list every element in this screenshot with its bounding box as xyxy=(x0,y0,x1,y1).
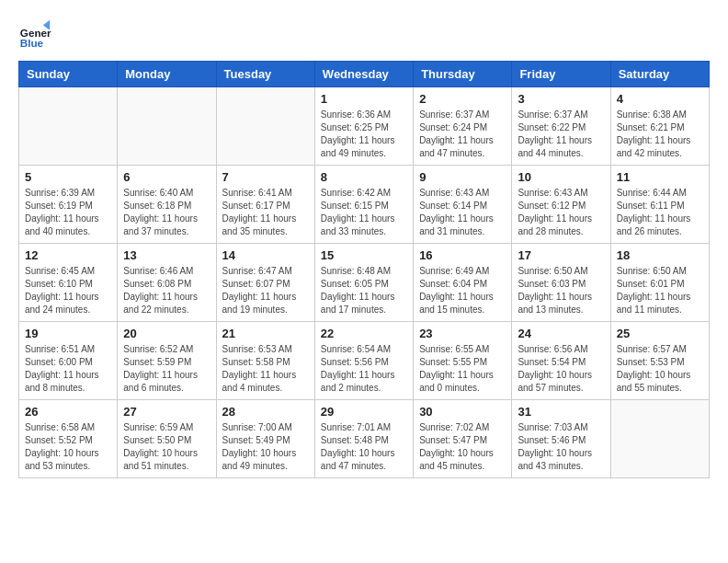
calendar: SundayMondayTuesdayWednesdayThursdayFrid… xyxy=(18,61,710,478)
weekday-header-tuesday: Tuesday xyxy=(216,62,314,87)
day-info: Sunrise: 6:43 AM Sunset: 6:12 PM Dayligh… xyxy=(518,187,604,238)
calendar-cell: 10Sunrise: 6:43 AM Sunset: 6:12 PM Dayli… xyxy=(512,166,610,244)
day-number: 2 xyxy=(419,92,506,106)
day-info: Sunrise: 6:52 AM Sunset: 5:59 PM Dayligh… xyxy=(123,343,210,395)
day-info: Sunrise: 6:45 AM Sunset: 6:10 PM Dayligh… xyxy=(25,265,111,316)
calendar-cell: 29Sunrise: 7:01 AM Sunset: 5:48 PM Dayli… xyxy=(314,400,413,478)
day-info: Sunrise: 6:54 AM Sunset: 5:56 PM Dayligh… xyxy=(321,343,407,395)
day-info: Sunrise: 6:49 AM Sunset: 6:04 PM Dayligh… xyxy=(419,265,506,316)
calendar-cell: 23Sunrise: 6:55 AM Sunset: 5:55 PM Dayli… xyxy=(414,322,512,400)
day-info: Sunrise: 7:03 AM Sunset: 5:46 PM Dayligh… xyxy=(518,421,604,473)
week-row-2: 5Sunrise: 6:39 AM Sunset: 6:19 PM Daylig… xyxy=(19,166,710,244)
day-number: 8 xyxy=(321,170,407,184)
calendar-cell: 31Sunrise: 7:03 AM Sunset: 5:46 PM Dayli… xyxy=(512,400,610,478)
day-number: 1 xyxy=(321,92,407,106)
day-number: 9 xyxy=(419,170,506,184)
day-info: Sunrise: 6:58 AM Sunset: 5:52 PM Dayligh… xyxy=(25,421,111,473)
calendar-cell: 4Sunrise: 6:38 AM Sunset: 6:21 PM Daylig… xyxy=(610,87,709,166)
page-header: General Blue xyxy=(18,18,710,52)
calendar-cell: 3Sunrise: 6:37 AM Sunset: 6:22 PM Daylig… xyxy=(512,87,610,166)
day-info: Sunrise: 6:56 AM Sunset: 5:54 PM Dayligh… xyxy=(518,343,604,395)
day-info: Sunrise: 6:46 AM Sunset: 6:08 PM Dayligh… xyxy=(123,265,210,316)
day-number: 22 xyxy=(321,327,407,340)
calendar-cell: 12Sunrise: 6:45 AM Sunset: 6:10 PM Dayli… xyxy=(19,244,118,322)
day-info: Sunrise: 6:44 AM Sunset: 6:11 PM Dayligh… xyxy=(617,187,703,238)
calendar-cell: 30Sunrise: 7:02 AM Sunset: 5:47 PM Dayli… xyxy=(414,400,512,478)
day-info: Sunrise: 6:36 AM Sunset: 6:25 PM Dayligh… xyxy=(321,109,407,160)
day-number: 28 xyxy=(222,405,309,419)
calendar-cell xyxy=(118,87,216,166)
day-info: Sunrise: 6:59 AM Sunset: 5:50 PM Dayligh… xyxy=(123,421,210,473)
calendar-cell: 18Sunrise: 6:50 AM Sunset: 6:01 PM Dayli… xyxy=(610,244,709,322)
calendar-cell: 15Sunrise: 6:48 AM Sunset: 6:05 PM Dayli… xyxy=(314,244,413,322)
calendar-cell: 1Sunrise: 6:36 AM Sunset: 6:25 PM Daylig… xyxy=(314,87,413,166)
weekday-header-sunday: Sunday xyxy=(19,62,118,87)
calendar-cell: 22Sunrise: 6:54 AM Sunset: 5:56 PM Dayli… xyxy=(314,322,413,400)
day-number: 16 xyxy=(419,248,506,262)
day-number: 15 xyxy=(321,248,407,262)
weekday-header-row: SundayMondayTuesdayWednesdayThursdayFrid… xyxy=(19,62,710,87)
calendar-cell: 5Sunrise: 6:39 AM Sunset: 6:19 PM Daylig… xyxy=(19,166,118,244)
day-info: Sunrise: 6:43 AM Sunset: 6:14 PM Dayligh… xyxy=(419,187,506,238)
calendar-cell: 16Sunrise: 6:49 AM Sunset: 6:04 PM Dayli… xyxy=(414,244,512,322)
day-number: 29 xyxy=(321,405,407,419)
day-info: Sunrise: 6:38 AM Sunset: 6:21 PM Dayligh… xyxy=(617,109,703,160)
calendar-cell: 13Sunrise: 6:46 AM Sunset: 6:08 PM Dayli… xyxy=(118,244,216,322)
calendar-cell: 17Sunrise: 6:50 AM Sunset: 6:03 PM Dayli… xyxy=(512,244,610,322)
day-number: 19 xyxy=(25,327,111,340)
day-info: Sunrise: 6:40 AM Sunset: 6:18 PM Dayligh… xyxy=(123,187,210,238)
calendar-cell: 19Sunrise: 6:51 AM Sunset: 6:00 PM Dayli… xyxy=(19,322,118,400)
calendar-cell: 8Sunrise: 6:42 AM Sunset: 6:15 PM Daylig… xyxy=(314,166,413,244)
day-number: 5 xyxy=(25,170,111,184)
day-number: 6 xyxy=(123,170,210,184)
weekday-header-saturday: Saturday xyxy=(610,62,709,87)
weekday-header-friday: Friday xyxy=(512,62,610,87)
week-row-4: 19Sunrise: 6:51 AM Sunset: 6:00 PM Dayli… xyxy=(19,322,710,400)
day-info: Sunrise: 6:37 AM Sunset: 6:24 PM Dayligh… xyxy=(419,109,506,160)
day-number: 31 xyxy=(518,405,604,419)
day-number: 26 xyxy=(25,405,111,419)
day-info: Sunrise: 6:57 AM Sunset: 5:53 PM Dayligh… xyxy=(617,343,703,395)
day-number: 30 xyxy=(419,405,506,419)
calendar-cell xyxy=(610,400,709,478)
day-number: 14 xyxy=(222,248,309,262)
calendar-cell: 27Sunrise: 6:59 AM Sunset: 5:50 PM Dayli… xyxy=(118,400,216,478)
calendar-cell: 14Sunrise: 6:47 AM Sunset: 6:07 PM Dayli… xyxy=(216,244,314,322)
week-row-1: 1Sunrise: 6:36 AM Sunset: 6:25 PM Daylig… xyxy=(19,87,710,166)
calendar-cell: 7Sunrise: 6:41 AM Sunset: 6:17 PM Daylig… xyxy=(216,166,314,244)
day-info: Sunrise: 7:01 AM Sunset: 5:48 PM Dayligh… xyxy=(321,421,407,473)
day-info: Sunrise: 7:00 AM Sunset: 5:49 PM Dayligh… xyxy=(222,421,309,473)
day-number: 11 xyxy=(617,170,703,184)
day-info: Sunrise: 6:51 AM Sunset: 6:00 PM Dayligh… xyxy=(25,343,111,395)
day-info: Sunrise: 6:48 AM Sunset: 6:05 PM Dayligh… xyxy=(321,265,407,316)
calendar-cell: 6Sunrise: 6:40 AM Sunset: 6:18 PM Daylig… xyxy=(118,166,216,244)
day-info: Sunrise: 6:55 AM Sunset: 5:55 PM Dayligh… xyxy=(419,343,506,395)
day-number: 13 xyxy=(123,248,210,262)
day-info: Sunrise: 6:50 AM Sunset: 6:03 PM Dayligh… xyxy=(518,265,604,316)
calendar-cell: 25Sunrise: 6:57 AM Sunset: 5:53 PM Dayli… xyxy=(610,322,709,400)
calendar-cell: 24Sunrise: 6:56 AM Sunset: 5:54 PM Dayli… xyxy=(512,322,610,400)
weekday-header-wednesday: Wednesday xyxy=(314,62,413,87)
weekday-header-monday: Monday xyxy=(118,62,216,87)
day-number: 4 xyxy=(617,92,703,106)
day-number: 27 xyxy=(123,405,210,419)
day-info: Sunrise: 6:42 AM Sunset: 6:15 PM Dayligh… xyxy=(321,187,407,238)
day-number: 21 xyxy=(222,327,309,340)
day-info: Sunrise: 6:37 AM Sunset: 6:22 PM Dayligh… xyxy=(518,109,604,160)
day-number: 25 xyxy=(617,327,703,340)
day-number: 20 xyxy=(123,327,210,340)
calendar-cell: 11Sunrise: 6:44 AM Sunset: 6:11 PM Dayli… xyxy=(610,166,709,244)
day-number: 12 xyxy=(25,248,111,262)
calendar-cell: 2Sunrise: 6:37 AM Sunset: 6:24 PM Daylig… xyxy=(414,87,512,166)
week-row-5: 26Sunrise: 6:58 AM Sunset: 5:52 PM Dayli… xyxy=(19,400,710,478)
calendar-cell: 26Sunrise: 6:58 AM Sunset: 5:52 PM Dayli… xyxy=(19,400,118,478)
calendar-cell xyxy=(19,87,118,166)
day-number: 17 xyxy=(518,248,604,262)
day-info: Sunrise: 7:02 AM Sunset: 5:47 PM Dayligh… xyxy=(419,421,506,473)
logo-icon: General Blue xyxy=(18,18,51,52)
logo: General Blue xyxy=(18,18,57,52)
calendar-cell xyxy=(216,87,314,166)
week-row-3: 12Sunrise: 6:45 AM Sunset: 6:10 PM Dayli… xyxy=(19,244,710,322)
day-info: Sunrise: 6:50 AM Sunset: 6:01 PM Dayligh… xyxy=(617,265,703,316)
day-info: Sunrise: 6:47 AM Sunset: 6:07 PM Dayligh… xyxy=(222,265,309,316)
